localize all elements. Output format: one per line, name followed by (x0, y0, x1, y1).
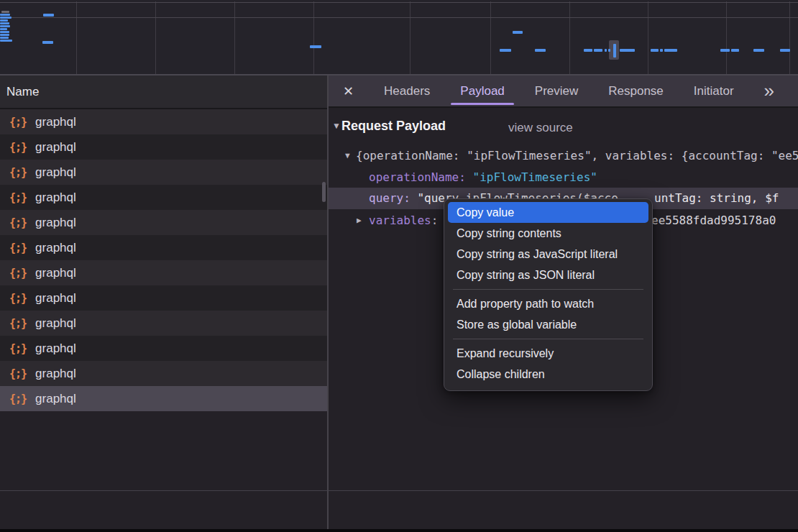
request-name: graphql (35, 266, 76, 280)
network-overview-timeline[interactable] (0, 0, 798, 75)
request-timing-bar (0, 37, 9, 39)
request-timing-bar (594, 49, 602, 52)
property-value: "ipFlowTimeseries" (473, 170, 597, 184)
request-row[interactable]: {;}graphql (0, 386, 327, 411)
request-timing-bar (584, 49, 592, 52)
menu-item-copy-string-as-json-literal[interactable]: Copy string as JSON literal (448, 265, 648, 285)
request-name: graphql (35, 140, 76, 155)
request-timing-bar (0, 28, 7, 30)
request-payload-section-header[interactable]: ▼Request Payload (332, 119, 446, 134)
collapse-arrow-icon[interactable]: ▼ (345, 145, 350, 166)
request-timing-bar (0, 22, 9, 24)
request-name: graphql (35, 241, 76, 255)
property-value-continuation: untTag: string, $f (654, 188, 779, 208)
timeline-gridline (155, 1, 156, 74)
menu-item-copy-string-contents[interactable]: Copy string contents (448, 223, 648, 244)
summary-divider (0, 490, 798, 491)
json-braces-icon: {;} (9, 141, 27, 154)
json-braces-icon: {;} (9, 166, 27, 179)
json-braces-icon: {;} (9, 292, 27, 305)
request-timing-bar (720, 49, 730, 52)
request-row[interactable]: {;}graphql (0, 285, 327, 311)
tab-initiator[interactable]: Initiator (694, 75, 734, 107)
request-timing-bar (513, 31, 523, 34)
payload-operationname-row[interactable]: operationName: "ipFlowTimeseries" (329, 167, 798, 188)
request-timing-bar (660, 49, 663, 52)
json-braces-icon: {;} (9, 116, 27, 129)
request-timing-bar (310, 45, 321, 48)
tab-payload[interactable]: Payload (460, 75, 504, 107)
window-bottom-edge (0, 529, 798, 532)
tab-preview[interactable]: Preview (535, 75, 578, 107)
request-timing-bar (605, 49, 607, 52)
payload-root-row[interactable]: ▼ {operationName: "ipFlowTimeseries", va… (329, 145, 798, 166)
json-braces-icon: {;} (9, 317, 27, 330)
request-timing-bar (42, 41, 53, 44)
timeline-gridline (569, 1, 570, 74)
timeline-gridline (0, 17, 798, 18)
request-row[interactable]: {;}graphql (0, 311, 327, 336)
request-timing-bar (664, 49, 677, 52)
menu-item-expand-recursively[interactable]: Expand recursively (448, 343, 648, 364)
menu-item-copy-string-as-javascript-literal[interactable]: Copy string as JavaScript literal (448, 244, 648, 265)
request-timing-bar (0, 40, 12, 42)
close-detail-icon[interactable] (343, 83, 354, 99)
request-timing-bar (608, 49, 610, 52)
request-timing-bar (43, 14, 54, 17)
request-name: graphql (35, 367, 76, 381)
request-timing-bar (620, 49, 635, 52)
tab-response[interactable]: Response (608, 75, 664, 107)
tab-headers[interactable]: Headers (384, 75, 430, 107)
name-column-header[interactable]: Name (0, 75, 327, 109)
timeline-gridline (0, 2, 798, 3)
timeline-gridline (313, 1, 314, 74)
request-name: graphql (35, 392, 76, 406)
timeline-gridline (648, 1, 648, 74)
property-key: query: (369, 191, 411, 205)
timeline-gridline (234, 1, 235, 74)
payload-root-preview: {operationName: "ipFlowTimeseries", vari… (356, 145, 798, 166)
menu-item-add-property-path-to-watch[interactable]: Add property path to watch (448, 293, 648, 314)
request-timing-bar (500, 49, 511, 52)
request-timing-bar (613, 44, 616, 58)
request-timing-bar (0, 34, 9, 36)
request-row[interactable]: {;}graphql (0, 210, 327, 235)
json-braces-icon: {;} (9, 191, 27, 204)
timeline-gridline (76, 1, 77, 74)
menu-separator (453, 289, 643, 290)
more-tabs-icon[interactable] (764, 75, 774, 107)
request-timing-bar (780, 49, 790, 52)
menu-item-copy-value[interactable]: Copy value (448, 202, 648, 223)
property-key: operationName: (369, 170, 466, 184)
timeline-gridline (490, 1, 491, 74)
json-braces-icon: {;} (9, 393, 27, 405)
request-name: graphql (35, 341, 76, 356)
request-name: graphql (35, 115, 76, 129)
context-menu: Copy valueCopy property pathCopy string … (444, 198, 653, 391)
collapse-section-icon: ▼ (332, 121, 341, 131)
property-value-continuation: ee5588fdad995178a0 (651, 210, 776, 231)
request-row[interactable]: {;}graphql (0, 185, 327, 210)
menu-item-store-as-global-variable[interactable]: Store as global variable (448, 314, 648, 335)
request-row[interactable]: {;}graphql (0, 134, 327, 160)
request-timing-bar (0, 14, 10, 16)
request-row[interactable]: {;}graphql (0, 260, 327, 285)
request-list-scrollbar[interactable] (322, 182, 326, 202)
json-braces-icon: {;} (9, 342, 27, 355)
request-row[interactable]: {;}graphql (0, 336, 327, 361)
name-column-label: Name (0, 75, 327, 108)
request-row[interactable]: {;}graphql (0, 160, 327, 185)
request-timing-bar (651, 49, 659, 52)
menu-item-collapse-children[interactable]: Collapse children (448, 364, 648, 385)
timeline-gridline (410, 1, 411, 74)
request-row[interactable]: {;}graphql (0, 109, 327, 134)
timeline-gridline (789, 1, 790, 74)
request-row[interactable]: {;}graphql (0, 361, 327, 386)
request-timing-bar (1, 11, 9, 13)
request-row[interactable]: {;}graphql (0, 235, 327, 260)
expand-arrow-icon[interactable]: ▶ (357, 210, 362, 231)
detail-tab-strip: HeadersPayloadPreviewResponseInitiator (329, 75, 798, 108)
json-braces-icon: {;} (9, 367, 27, 380)
menu-separator (453, 339, 643, 339)
view-source-link[interactable]: view source (508, 121, 573, 135)
